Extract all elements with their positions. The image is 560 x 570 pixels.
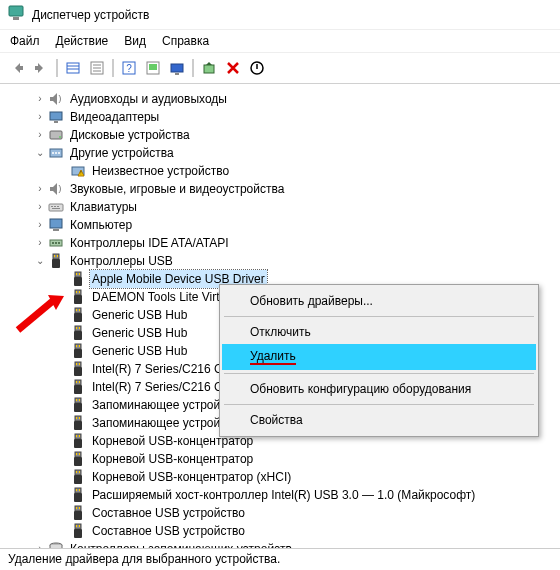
svg-rect-89 bbox=[79, 471, 80, 473]
svg-rect-77 bbox=[79, 417, 80, 419]
tree-item[interactable]: Составное USB устройство bbox=[6, 522, 560, 540]
svg-rect-92 bbox=[76, 489, 77, 491]
menu-help[interactable]: Справка bbox=[162, 34, 209, 48]
other-icon bbox=[48, 145, 64, 161]
usb-icon bbox=[70, 271, 86, 287]
tree-item[interactable]: ⌄Другие устройства bbox=[6, 144, 560, 162]
svg-rect-44 bbox=[76, 273, 77, 275]
svg-rect-29 bbox=[54, 206, 56, 207]
disable-button[interactable] bbox=[246, 57, 268, 79]
svg-text:!: ! bbox=[80, 170, 81, 176]
ctx-delete-label: Удалить bbox=[250, 349, 296, 365]
usb-icon bbox=[70, 451, 86, 467]
svg-rect-17 bbox=[50, 112, 62, 120]
forward-button[interactable] bbox=[30, 57, 52, 79]
svg-rect-37 bbox=[58, 242, 60, 244]
chevron-right-icon[interactable]: › bbox=[34, 198, 46, 216]
separator bbox=[224, 316, 534, 317]
show-hidden-button[interactable] bbox=[62, 57, 84, 79]
ctx-update-drivers[interactable]: Обновить драйверы... bbox=[222, 289, 536, 313]
svg-rect-12 bbox=[149, 64, 157, 70]
svg-rect-62 bbox=[75, 362, 81, 367]
chevron-right-icon[interactable]: › bbox=[34, 126, 46, 144]
svg-rect-75 bbox=[74, 421, 82, 430]
svg-rect-55 bbox=[74, 331, 82, 340]
ide-icon bbox=[48, 235, 64, 251]
svg-rect-91 bbox=[74, 493, 82, 502]
svg-rect-96 bbox=[76, 507, 77, 509]
tree-item-label: Generic USB Hub bbox=[90, 324, 189, 342]
menu-view[interactable]: Вид bbox=[124, 34, 146, 48]
tree-item[interactable]: Расширяемый хост-контроллер Intel(R) USB… bbox=[6, 486, 560, 504]
svg-rect-13 bbox=[171, 64, 183, 72]
chevron-right-icon[interactable]: › bbox=[34, 108, 46, 126]
chevron-down-icon[interactable]: ⌄ bbox=[34, 144, 46, 162]
usb-icon bbox=[70, 325, 86, 341]
menu-action[interactable]: Действие bbox=[56, 34, 109, 48]
chevron-right-icon[interactable]: › bbox=[34, 216, 46, 234]
usb-icon bbox=[70, 379, 86, 395]
menu-bar: Файл Действие Вид Справка bbox=[0, 30, 560, 53]
tree-item[interactable]: ›Дисковые устройства bbox=[6, 126, 560, 144]
tree-item[interactable]: ⌄Контроллеры USB bbox=[6, 252, 560, 270]
svg-rect-95 bbox=[74, 511, 82, 520]
svg-rect-97 bbox=[79, 507, 80, 509]
svg-rect-57 bbox=[79, 327, 80, 329]
ctx-properties[interactable]: Свойства bbox=[222, 408, 536, 432]
tree-item-label: Звуковые, игровые и видеоустройства bbox=[68, 180, 286, 198]
svg-point-20 bbox=[59, 136, 61, 138]
svg-rect-78 bbox=[75, 434, 81, 439]
svg-rect-68 bbox=[76, 381, 77, 383]
menu-file[interactable]: Файл bbox=[10, 34, 40, 48]
chevron-right-icon[interactable]: › bbox=[34, 180, 46, 198]
usb-icon bbox=[70, 523, 86, 539]
usb-icon bbox=[48, 253, 64, 269]
svg-rect-74 bbox=[75, 416, 81, 421]
list-button[interactable] bbox=[86, 57, 108, 79]
usb-icon bbox=[70, 307, 86, 323]
back-button[interactable] bbox=[6, 57, 28, 79]
uninstall-button[interactable] bbox=[222, 57, 244, 79]
tree-item-label: Контроллеры USB bbox=[68, 252, 175, 270]
svg-rect-51 bbox=[74, 313, 82, 322]
tree-item[interactable]: ›Звуковые, игровые и видеоустройства bbox=[6, 180, 560, 198]
svg-rect-53 bbox=[79, 309, 80, 311]
tree-item-label: Generic USB Hub bbox=[90, 306, 189, 324]
tree-item-label: Корневой USB-концентратор (xHCI) bbox=[90, 468, 293, 486]
help-button[interactable]: ? bbox=[118, 57, 140, 79]
properties-button[interactable] bbox=[166, 57, 188, 79]
tree-item[interactable]: ›Видеоадаптеры bbox=[6, 108, 560, 126]
tree-item[interactable]: !Неизвестное устройство bbox=[6, 162, 560, 180]
tree-item-label: Дисковые устройства bbox=[68, 126, 192, 144]
svg-rect-63 bbox=[74, 367, 82, 376]
context-menu: Обновить драйверы... Отключить Удалить О… bbox=[219, 284, 539, 437]
tree-item-label: Другие устройства bbox=[68, 144, 176, 162]
tree-item[interactable]: Составное USB устройство bbox=[6, 504, 560, 522]
tree-item-label: Контроллеры IDE ATA/ATAPI bbox=[68, 234, 231, 252]
tree-item[interactable]: ›Аудиовходы и аудиовыходы bbox=[6, 90, 560, 108]
chevron-right-icon[interactable]: › bbox=[34, 90, 46, 108]
tree-item[interactable]: ›Контроллеры IDE ATA/ATAPI bbox=[6, 234, 560, 252]
svg-rect-31 bbox=[52, 208, 60, 209]
chevron-down-icon[interactable]: ⌄ bbox=[34, 252, 46, 270]
ctx-refresh[interactable]: Обновить конфигурацию оборудования bbox=[222, 377, 536, 401]
window-title: Диспетчер устройств bbox=[32, 8, 149, 22]
chevron-right-icon[interactable]: › bbox=[34, 234, 46, 252]
tree-item-label: Составное USB устройство bbox=[90, 504, 247, 522]
tree-item[interactable]: Корневой USB-концентратор bbox=[6, 450, 560, 468]
display-icon bbox=[48, 109, 64, 125]
ctx-disable[interactable]: Отключить bbox=[222, 320, 536, 344]
svg-rect-99 bbox=[74, 529, 82, 538]
svg-rect-70 bbox=[75, 398, 81, 403]
svg-rect-42 bbox=[75, 272, 81, 277]
update-driver-button[interactable] bbox=[198, 57, 220, 79]
usb-icon bbox=[70, 361, 86, 377]
tree-item[interactable]: ›Компьютер bbox=[6, 216, 560, 234]
scan-button[interactable] bbox=[142, 57, 164, 79]
ctx-delete[interactable]: Удалить bbox=[222, 344, 536, 370]
svg-rect-88 bbox=[76, 471, 77, 473]
svg-rect-94 bbox=[75, 506, 81, 511]
usb-icon bbox=[70, 433, 86, 449]
tree-item[interactable]: ›Клавиатуры bbox=[6, 198, 560, 216]
tree-item[interactable]: Корневой USB-концентратор (xHCI) bbox=[6, 468, 560, 486]
